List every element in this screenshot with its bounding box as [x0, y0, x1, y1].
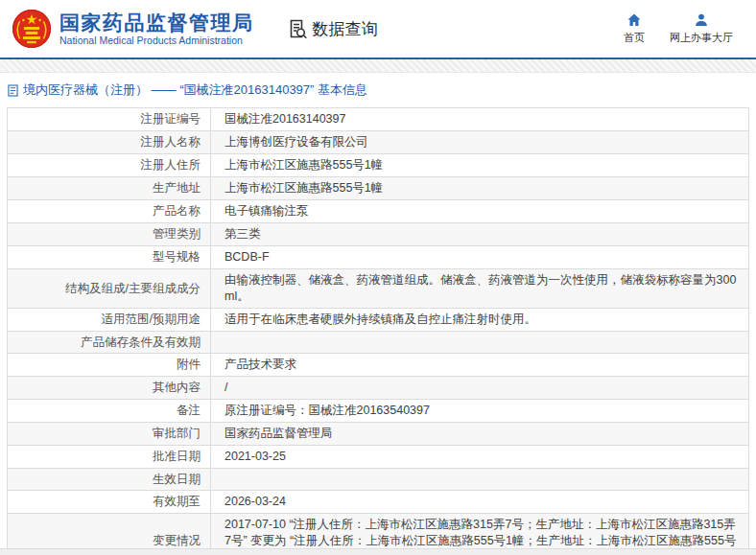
row-label-text: 变更情况	[153, 534, 201, 548]
row-label: 注册证编号	[8, 108, 211, 130]
row-label-text: 审批部门	[153, 427, 201, 441]
footer-band	[0, 548, 756, 555]
table-row: 型号规格BCDB-F	[8, 246, 748, 269]
nav-service-hall-label: 网上办事大厅	[670, 31, 733, 45]
home-icon	[626, 12, 642, 28]
row-value: 产品技术要求	[211, 354, 748, 376]
table-row: 生效日期	[8, 469, 748, 491]
row-label-text: 产品储存条件及有效期	[81, 335, 201, 350]
row-value: 国家药品监督管理局	[211, 423, 748, 445]
table-row: 附件产品技术要求	[8, 354, 748, 377]
row-label: 有效期至	[8, 491, 211, 513]
row-label-text: 批准日期	[153, 450, 201, 464]
row-label: 生产地址	[8, 177, 211, 199]
row-label-text: 产品名称	[153, 204, 201, 219]
table-row: 结构及组成/主要组成成分由输液控制器、储液盒、药液管道组成。储液盒、药液管道为一…	[8, 269, 748, 309]
row-label-text: 管理类别	[153, 227, 201, 242]
row-value	[211, 469, 748, 490]
row-value: 电子镇痛输注泵	[211, 200, 748, 222]
row-value: 适用于在临床患者硬膜外持续镇痛及自控止痛注射时使用。	[211, 309, 748, 331]
table-row: 产品储存条件及有效期	[8, 332, 748, 354]
table-row: 注册证编号国械注准20163140397	[8, 108, 748, 131]
row-value-text: 第三类	[224, 226, 261, 243]
table-row: 管理类别第三类	[8, 223, 748, 246]
row-label-text: 生产地址	[153, 181, 201, 196]
row-label: 附件	[8, 354, 211, 376]
row-label: 审批部门	[8, 423, 211, 445]
row-label: 生效日期	[8, 469, 211, 490]
document-search-icon	[287, 18, 308, 39]
agency-name-cn: 国家药品监督管理局	[59, 12, 254, 35]
decorative-stripe-band	[0, 59, 756, 73]
info-table: 注册证编号国械注准20163140397注册人名称上海博创医疗设备有限公司注册人…	[7, 107, 749, 555]
agency-title-block: 国家药品监督管理局 National Medical Products Admi…	[59, 12, 254, 47]
row-value: 上海市松江区施惠路555号1幢	[211, 154, 748, 176]
row-label: 型号规格	[8, 246, 211, 268]
row-label: 注册人住所	[8, 154, 211, 176]
row-value-text: 上海市松江区施惠路555号1幢	[224, 157, 383, 173]
row-label: 批准日期	[8, 446, 211, 468]
row-label: 其他内容	[8, 377, 211, 399]
national-emblem-logo	[12, 9, 52, 49]
row-label: 管理类别	[8, 223, 211, 245]
row-value-text: 产品技术要求	[224, 357, 296, 373]
row-label: 适用范围/预期用途	[8, 309, 211, 331]
row-label: 结构及组成/主要组成成分	[8, 269, 211, 308]
row-label-text: 备注	[177, 404, 201, 418]
table-row: 注册人住所上海市松江区施惠路555号1幢	[8, 154, 748, 177]
row-label-text: 注册人住所	[141, 158, 201, 173]
data-query-label: 数据查询	[313, 18, 378, 40]
nav-service-hall[interactable]: 网上办事大厅	[670, 12, 733, 45]
row-label: 备注	[8, 400, 211, 422]
row-value: /	[211, 377, 748, 399]
user-icon	[694, 12, 709, 28]
table-row: 产品名称电子镇痛输注泵	[8, 200, 748, 223]
row-value: 原注册证编号：国械注准20163540397	[211, 400, 748, 422]
row-value: 2026-03-24	[211, 491, 748, 513]
page-title-text: 境内医疗器械（注册） —— “国械注准20163140397” 基本信息	[23, 81, 367, 99]
row-label-text: 注册证编号	[141, 112, 201, 127]
row-value: 国械注准20163140397	[211, 108, 748, 130]
row-value-text: 电子镇痛输注泵	[224, 203, 309, 220]
row-value-text: /	[224, 380, 227, 396]
agency-name-en: National Medical Products Administration	[59, 35, 254, 47]
data-query-nav[interactable]: 数据查询	[287, 18, 378, 40]
header-nav: 首页 网上办事大厅	[624, 12, 743, 45]
row-label-text: 生效日期	[153, 473, 201, 487]
table-row: 适用范围/预期用途适用于在临床患者硬膜外持续镇痛及自控止痛注射时使用。	[8, 309, 748, 332]
row-label-text: 注册人名称	[141, 135, 201, 150]
row-value: 2021-03-25	[211, 446, 748, 468]
row-value: 由输液控制器、储液盒、药液管道组成。储液盒、药液管道为一次性使用，储液袋标称容量…	[211, 269, 748, 308]
row-value: 上海市松江区施惠路555号1幢	[211, 177, 748, 199]
row-value	[211, 332, 748, 353]
table-row: 批准日期2021-03-25	[8, 446, 748, 469]
site-header: 国家药品监督管理局 National Medical Products Admi…	[0, 0, 756, 59]
table-row: 注册人名称上海博创医疗设备有限公司	[8, 131, 748, 154]
row-label: 产品名称	[8, 200, 211, 222]
row-label: 产品储存条件及有效期	[8, 332, 211, 353]
row-label: 注册人名称	[8, 131, 211, 153]
row-value: BCDB-F	[211, 246, 748, 268]
row-label-text: 结构及组成/主要组成成分	[65, 282, 201, 296]
row-label-text: 型号规格	[153, 250, 201, 265]
row-value-text: 由输液控制器、储液盒、药液管道组成。储液盒、药液管道为一次性使用，储液袋标称容量…	[224, 272, 737, 305]
row-value-text: 上海市松江区施惠路555号1幢	[224, 180, 383, 197]
row-value: 上海博创医疗设备有限公司	[211, 131, 748, 153]
row-value-text: 原注册证编号：国械注准20163540397	[224, 403, 430, 419]
row-value-text: 2026-03-24	[224, 494, 286, 510]
row-label-text: 附件	[177, 358, 201, 372]
table-row: 其他内容/	[8, 377, 748, 400]
table-row: 审批部门国家药品监督管理局	[8, 423, 748, 446]
table-row: 有效期至2026-03-24	[8, 491, 748, 514]
nav-home[interactable]: 首页	[624, 12, 645, 45]
nav-home-label: 首页	[624, 31, 645, 45]
row-label-text: 其他内容	[153, 381, 201, 395]
row-value-text: 上海博创医疗设备有限公司	[224, 134, 368, 150]
row-value-text: 适用于在临床患者硬膜外持续镇痛及自控止痛注射时使用。	[224, 312, 536, 328]
row-value-text: 2021-03-25	[224, 449, 286, 465]
row-value-text: BCDB-F	[224, 249, 270, 266]
table-row: 备注原注册证编号：国械注准20163540397	[8, 400, 748, 423]
row-value: 第三类	[211, 223, 748, 245]
table-row: 生产地址上海市松江区施惠路555号1幢	[8, 177, 748, 200]
row-label-text: 有效期至	[153, 495, 201, 509]
